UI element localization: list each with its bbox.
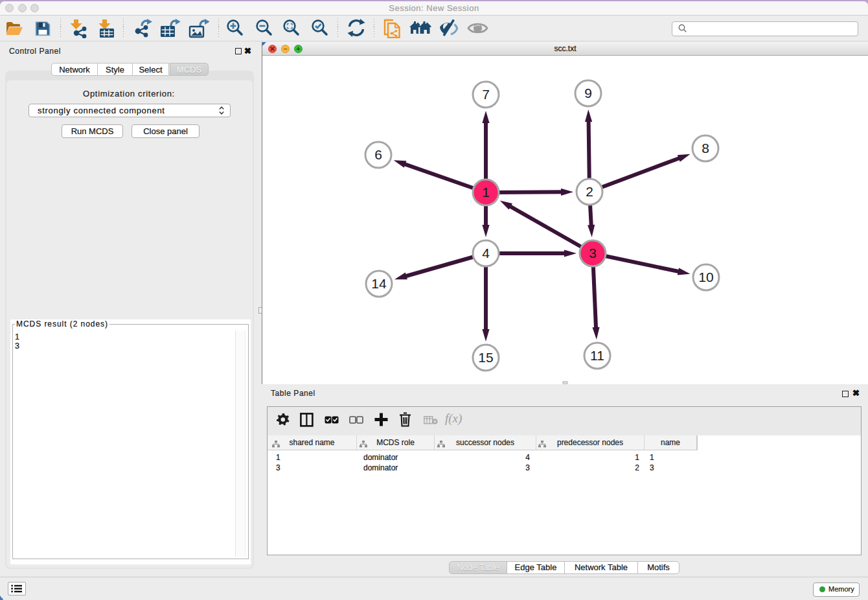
- svg-text:2: 2: [586, 184, 593, 199]
- svg-text:1: 1: [482, 185, 490, 200]
- svg-text:4: 4: [482, 246, 490, 260]
- svg-text:10: 10: [698, 270, 713, 284]
- svg-text:11: 11: [590, 348, 604, 363]
- svg-text:8: 8: [702, 141, 709, 156]
- svg-text:7: 7: [482, 87, 490, 102]
- svg-text:15: 15: [478, 350, 493, 365]
- svg-text:3: 3: [589, 246, 597, 260]
- svg-text:9: 9: [584, 86, 592, 100]
- svg-text:6: 6: [374, 147, 382, 162]
- svg-text:14: 14: [371, 276, 387, 291]
